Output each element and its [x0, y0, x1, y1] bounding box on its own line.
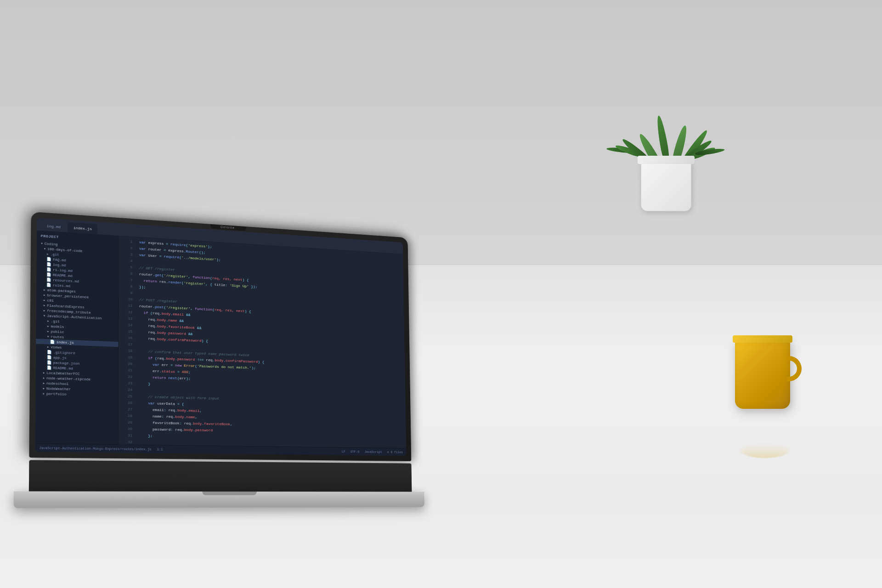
coffee-mug: [735, 335, 795, 409]
laptop-base: [14, 491, 424, 508]
status-language: JavaScript: [364, 450, 382, 453]
ide-main-area: Project ▾Coding ▾100-days-of-code ▸.git …: [35, 231, 406, 448]
status-cursor: 1:1: [157, 447, 163, 451]
tab-log-md[interactable]: log.md: [41, 220, 67, 232]
ide-sidebar: Project ▾Coding ▾100-days-of-code ▸.git …: [35, 231, 119, 444]
screen-bezel: log.md index.js Project ▾Coding ▾100-day…: [35, 218, 407, 456]
mug-body: [735, 340, 790, 409]
code-editor-area[interactable]: 12345 678910 1112131415 1617181920 21222…: [119, 236, 406, 448]
laptop: Deloitte. log.md index.js Project ▾Codin…: [14, 211, 424, 496]
status-charset: UTF-8: [351, 450, 360, 453]
plant: [606, 55, 726, 248]
ide-editor: log.md index.js Project ▾Coding ▾100-day…: [35, 218, 407, 456]
laptop-screen-lid: Deloitte. log.md index.js Project ▾Codin…: [29, 212, 411, 461]
status-path: JavaScript-Authentication-Mongo-Express/…: [39, 446, 151, 451]
status-files: ⊘ 0 files: [387, 450, 403, 454]
tab-index-js[interactable]: index.js: [68, 222, 98, 234]
plant-pot: [641, 161, 691, 211]
code-content: 12345 678910 1112131415 1617181920 21222…: [119, 236, 406, 448]
code-lines: var express = require('express'); var ro…: [135, 237, 406, 448]
plant-leaves: [620, 41, 712, 170]
line-numbers: 12345 678910 1112131415 1617181920 21222…: [119, 236, 136, 445]
status-encoding: LF: [342, 450, 345, 453]
